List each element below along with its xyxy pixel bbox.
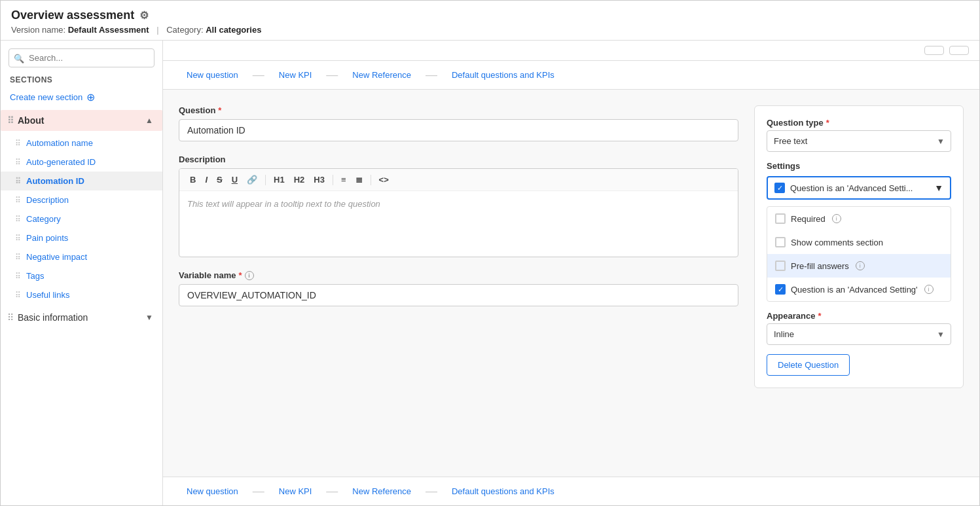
drag-handle-auto-generated-id: ⠿ [15, 158, 21, 167]
app-title: Overview assessment ⚙ [11, 9, 969, 22]
sections-label: Sections [1, 75, 162, 88]
new-question-button-top[interactable]: New question [173, 61, 251, 89]
variable-required-star: * [238, 270, 242, 280]
checkbox-comments[interactable]: Show comments section [767, 230, 951, 254]
question-type-select-wrapper: Free text Multiple choice Single choice … [767, 130, 951, 152]
new-kpi-button-bottom[interactable]: New KPI [266, 477, 325, 505]
prefill-info-icon[interactable]: i [856, 261, 865, 270]
question-input[interactable] [179, 119, 738, 141]
required-info-icon[interactable]: i [832, 214, 841, 223]
sidebar-item-pain-points[interactable]: ⠿ Pain points [1, 228, 162, 247]
new-reference-button-top[interactable]: New Reference [339, 61, 424, 89]
settings-dropdown[interactable]: ✓ Question is an 'Advanced Setti... ▼ [767, 176, 951, 200]
prefill-checkbox[interactable] [775, 261, 786, 271]
appearance-select[interactable]: Inline Block Full width [767, 323, 951, 345]
form-area: Question * Description B I [163, 90, 979, 477]
create-section-button[interactable]: Create new section ⊕ [1, 88, 162, 110]
section-basic-info-label: Basic information [18, 312, 88, 323]
ordered-list-button[interactable]: ≣ [352, 173, 367, 187]
drag-handle-basic-info: ⠿ [7, 312, 14, 323]
sep3: — [426, 68, 437, 82]
h1-button[interactable]: H1 [270, 173, 289, 187]
drag-handle-negative-impact: ⠿ [15, 253, 21, 262]
link-button[interactable]: 🔗 [243, 173, 261, 187]
required-checkbox[interactable] [775, 213, 786, 224]
sidebar-item-useful-links[interactable]: ⠿ Useful links [1, 285, 162, 304]
sidebar-item-negative-impact[interactable]: ⠿ Negative impact [1, 247, 162, 266]
variable-input[interactable] [179, 284, 738, 306]
question-type-group: Question type * Free text Multiple choic… [767, 118, 951, 152]
top-bar-stub [163, 41, 979, 61]
description-editor: B I S U 🔗 H1 H2 H3 ≡ [179, 168, 738, 257]
sidebar-item-description[interactable]: ⠿ Description [1, 190, 162, 209]
description-label: Description [179, 154, 738, 164]
description-editor-body[interactable]: This text will appear in a tooltip next … [179, 191, 738, 257]
sep1: — [253, 68, 264, 82]
drag-handle-tags: ⠿ [15, 272, 21, 281]
drag-handle-about: ⠿ [7, 115, 14, 126]
advanced-setting-checkbox[interactable]: ✓ [775, 284, 786, 295]
settings-section: Settings ✓ Question is an 'Advanced Sett… [767, 161, 951, 302]
default-questions-button-bottom[interactable]: Default questions and KPIs [439, 477, 568, 505]
bold-button[interactable]: B [186, 173, 200, 187]
h2-button[interactable]: H2 [290, 173, 309, 187]
title-text: Overview assessment [11, 9, 134, 22]
default-questions-button-top[interactable]: Default questions and KPIs [439, 61, 568, 89]
bot-sep1: — [253, 484, 264, 498]
appearance-label: Appearance * [767, 311, 951, 321]
top-action-bar: New question — New KPI — New Reference —… [163, 61, 979, 90]
sidebar-item-automation-name[interactable]: ⠿ Automation name [1, 134, 162, 153]
question-type-label: Question type * [767, 118, 951, 128]
right-panel: Question type * Free text Multiple choic… [754, 105, 964, 461]
app-header: Overview assessment ⚙ Version name: Defa… [1, 1, 979, 41]
checkbox-prefill[interactable]: Pre-fill answers i [767, 254, 951, 278]
drag-handle-pain-points: ⠿ [15, 234, 21, 243]
new-kpi-button-top[interactable]: New KPI [266, 61, 325, 89]
settings-selected-text: Question is an 'Advanced Setti... [790, 183, 913, 193]
question-type-select[interactable]: Free text Multiple choice Single choice … [767, 130, 951, 152]
plus-icon: ⊕ [86, 91, 95, 103]
search-box: 🔍 [9, 48, 154, 67]
new-question-button-bottom[interactable]: New question [173, 477, 251, 505]
section-basic-info-header[interactable]: ⠿ Basic information ▼ [1, 307, 162, 328]
required-star: * [218, 105, 221, 115]
section-about-header[interactable]: ⠿ About ▲ [1, 110, 162, 131]
appearance-select-wrapper: Inline Block Full width ▼ [767, 323, 951, 345]
underline-button[interactable]: U [228, 173, 242, 187]
stub-button-2[interactable] [949, 46, 969, 55]
sidebar-item-auto-generated-id[interactable]: ⠿ Auto-generated ID [1, 153, 162, 172]
delete-question-button[interactable]: Delete Question [767, 354, 850, 376]
chevron-down-icon: ▼ [145, 313, 153, 322]
appearance-required-star: * [818, 311, 821, 321]
sidebar-item-automation-id[interactable]: ⠿ Automation ID [1, 172, 162, 190]
question-label: Question * [179, 105, 738, 115]
variable-field-group: Variable name * i [179, 270, 738, 306]
sidebar-item-category[interactable]: ⠿ Category [1, 209, 162, 228]
section-about-label: About [18, 115, 44, 126]
sidebar-item-tags[interactable]: ⠿ Tags [1, 266, 162, 285]
gear-icon[interactable]: ⚙ [139, 9, 149, 22]
strikethrough-button[interactable]: S [213, 173, 227, 187]
italic-button[interactable]: I [201, 173, 211, 187]
settings-checkbox-checked: ✓ [774, 183, 785, 193]
checkbox-required[interactable]: Required i [767, 207, 951, 230]
code-button[interactable]: <> [375, 173, 393, 187]
new-reference-button-bottom[interactable]: New Reference [339, 477, 424, 505]
section-about-items: ⠿ Automation name ⠿ Auto-generated ID ⠿ … [1, 131, 162, 307]
h3-button[interactable]: H3 [310, 173, 329, 187]
variable-info-icon[interactable]: i [245, 271, 254, 280]
search-input[interactable] [9, 48, 154, 67]
bot-sep3: — [426, 484, 437, 498]
settings-dropdown-arrow: ▼ [934, 183, 943, 193]
comments-checkbox[interactable] [775, 237, 786, 247]
toolbar-sep-2 [333, 175, 333, 185]
stub-button-1[interactable] [924, 46, 944, 55]
search-icon: 🔍 [14, 53, 24, 63]
bullet-list-button[interactable]: ≡ [337, 173, 350, 187]
question-field-group: Question * [179, 105, 738, 141]
category-name: All categories [206, 25, 261, 35]
category-label: Category: [166, 25, 203, 35]
advanced-setting-info-icon[interactable]: i [924, 285, 934, 294]
checkbox-advanced-setting[interactable]: ✓ Question is an 'Advanced Setting' i [767, 278, 951, 301]
form-main: Question * Description B I [179, 105, 738, 461]
